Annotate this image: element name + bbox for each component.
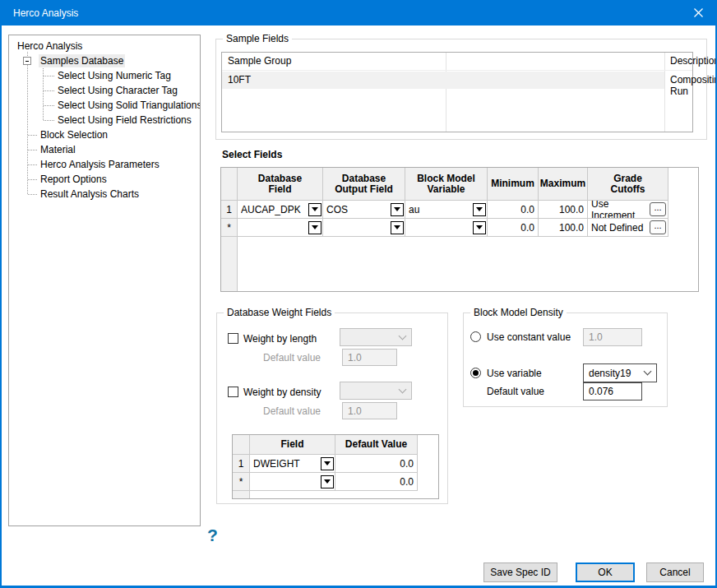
- density-default-value-label: Default value: [487, 386, 544, 397]
- dropdown-button[interactable]: [391, 203, 404, 216]
- row-filler: [418, 455, 438, 473]
- dialog-body: Herco Analysis Samples Database Select U…: [0, 25, 717, 588]
- sample-fields-group: Sample Fields Sample Group Description 1…: [215, 39, 707, 140]
- grade-cutoffs-more-button[interactable]: ...: [650, 220, 666, 234]
- save-spec-id-button[interactable]: Save Spec ID: [483, 563, 557, 582]
- sample-group-cell: 10FT: [228, 74, 251, 86]
- database-field-cell[interactable]: [238, 219, 323, 237]
- density-default-value-label: Default value: [263, 405, 321, 417]
- database-weight-fields-group-label: Database Weight Fields: [224, 307, 335, 318]
- grid-empty-area: [250, 491, 438, 498]
- database-output-field-cell[interactable]: COS: [323, 201, 405, 219]
- dropdown-arrow-icon: [476, 207, 483, 211]
- dropdown-button[interactable]: [473, 203, 486, 216]
- tree-item-block-selection[interactable]: Block Selection: [9, 127, 200, 142]
- dropdown-arrow-icon: [312, 225, 318, 229]
- grade-cutoffs-more-button[interactable]: ...: [650, 202, 666, 216]
- tree-item-report-options[interactable]: Report Options: [9, 172, 200, 187]
- row-header-1: 1: [233, 455, 250, 473]
- header-filler: [418, 435, 438, 455]
- row-header-new: *: [221, 219, 238, 237]
- tree-item-result-analysis-charts[interactable]: Result Analysis Charts: [9, 187, 200, 201]
- tree-item-select-using-character-tag[interactable]: Select Using Character Tag: [9, 83, 200, 98]
- tree-item-select-using-numeric-tag[interactable]: Select Using Numeric Tag: [9, 68, 200, 83]
- density-default-value-input[interactable]: 1.0: [342, 402, 397, 419]
- use-variable-radio[interactable]: [470, 368, 481, 378]
- default-value-cell[interactable]: 0.0: [335, 455, 418, 473]
- dropdown-arrow-icon: [476, 225, 483, 229]
- default-value-cell[interactable]: 0.0: [335, 473, 418, 491]
- cancel-button[interactable]: Cancel: [646, 563, 704, 582]
- dropdown-button[interactable]: [473, 221, 486, 234]
- block-model-variable-cell[interactable]: au: [405, 201, 488, 219]
- use-variable-label: Use variable: [487, 368, 542, 379]
- tree-item-select-using-field-restrictions[interactable]: Select Using Field Restrictions: [9, 113, 200, 127]
- ok-button[interactable]: OK: [576, 563, 635, 582]
- constant-value-input[interactable]: 1.0: [583, 328, 642, 346]
- database-output-field-cell[interactable]: [323, 219, 405, 237]
- field-cell[interactable]: [250, 473, 335, 491]
- row-header-new: *: [233, 473, 250, 491]
- length-default-value-input[interactable]: 1.0: [342, 349, 397, 366]
- dropdown-button[interactable]: [308, 203, 321, 216]
- use-constant-value-label: Use constant value: [487, 331, 571, 343]
- use-constant-value-radio[interactable]: [470, 331, 481, 342]
- density-variable-combo[interactable]: density19: [583, 363, 657, 382]
- block-model-variable-column-header: Block Model Variable: [405, 168, 488, 201]
- block-model-density-group: Block Model Density Use constant value 1…: [463, 313, 668, 407]
- dropdown-button[interactable]: [391, 221, 404, 234]
- weight-by-density-label: Weight by density: [243, 387, 321, 398]
- herco-analysis-dialog: Herco Analysis Herco Analysis Samples Da…: [0, 0, 717, 588]
- block-model-density-group-label: Block Model Density: [470, 307, 567, 318]
- dropdown-button[interactable]: [321, 457, 334, 470]
- weight-fields-grid: Field Default Value 1 DWEIGHT 0.0 * 0.0: [232, 434, 439, 499]
- maximum-cell[interactable]: 100.0: [539, 201, 588, 219]
- length-default-value-label: Default value: [263, 352, 321, 363]
- grade-cutoffs-cell[interactable]: Not Defined ...: [588, 219, 668, 237]
- maximum-cell[interactable]: 100.0: [539, 219, 588, 237]
- grid-empty-area: [238, 237, 698, 291]
- tree-item-select-using-solid-triangulations[interactable]: Select Using Solid Triangulations: [9, 98, 200, 113]
- row-header-1: 1: [221, 201, 238, 219]
- tree-item-material[interactable]: Material: [9, 142, 200, 157]
- sample-table-row[interactable]: 10FT Compositing Run: [222, 72, 664, 89]
- window-border-left: [0, 0, 2, 588]
- weight-by-length-checkbox[interactable]: [228, 333, 238, 344]
- sample-fields-group-label: Sample Fields: [223, 33, 292, 44]
- block-model-variable-cell[interactable]: [405, 219, 488, 237]
- weight-by-length-label: Weight by length: [243, 333, 317, 345]
- window-title: Herco Analysis: [13, 7, 78, 19]
- database-field-cell[interactable]: AUCAP_DPK: [238, 201, 323, 219]
- row-header-strip: [233, 491, 250, 498]
- weight-by-density-checkbox[interactable]: [228, 387, 238, 397]
- description-column-header: Description: [670, 55, 717, 67]
- field-cell[interactable]: DWEIGHT: [250, 455, 335, 473]
- tree-item-samples-database[interactable]: Samples Database: [9, 53, 200, 68]
- grade-cutoffs-cell[interactable]: Use Increment ...: [588, 201, 668, 219]
- row-filler: [668, 201, 698, 219]
- navigation-tree: Herco Analysis Samples Database Select U…: [8, 35, 201, 526]
- row-filler: [418, 473, 438, 491]
- dropdown-arrow-icon: [394, 225, 400, 229]
- dropdown-arrow-icon: [394, 207, 400, 211]
- tree-item-herco-analysis-parameters[interactable]: Herco Analysis Parameters: [9, 157, 200, 172]
- help-icon[interactable]: ?: [207, 525, 218, 545]
- chevron-down-icon: [399, 385, 407, 393]
- row-header-corner: [221, 168, 238, 201]
- titlebar: Herco Analysis: [0, 0, 717, 25]
- minimum-cell[interactable]: 0.0: [488, 201, 539, 219]
- weight-by-length-combo[interactable]: [340, 328, 412, 346]
- tree-item-herco-analysis[interactable]: Herco Analysis: [9, 39, 200, 53]
- sample-fields-table: Sample Group Description 10FT Compositin…: [221, 52, 693, 132]
- weight-by-density-combo[interactable]: [340, 382, 412, 400]
- close-button[interactable]: [679, 0, 717, 25]
- minimum-cell[interactable]: 0.0: [488, 219, 539, 237]
- row-filler: [668, 219, 698, 237]
- density-default-value-input[interactable]: 0.076: [583, 382, 642, 400]
- dropdown-button[interactable]: [321, 475, 334, 488]
- select-fields-label: Select Fields: [222, 149, 282, 160]
- tree-collapse-minus-icon[interactable]: [23, 57, 31, 65]
- chevron-down-icon: [399, 331, 407, 340]
- row-header-corner: [233, 435, 250, 455]
- dropdown-button[interactable]: [308, 221, 321, 234]
